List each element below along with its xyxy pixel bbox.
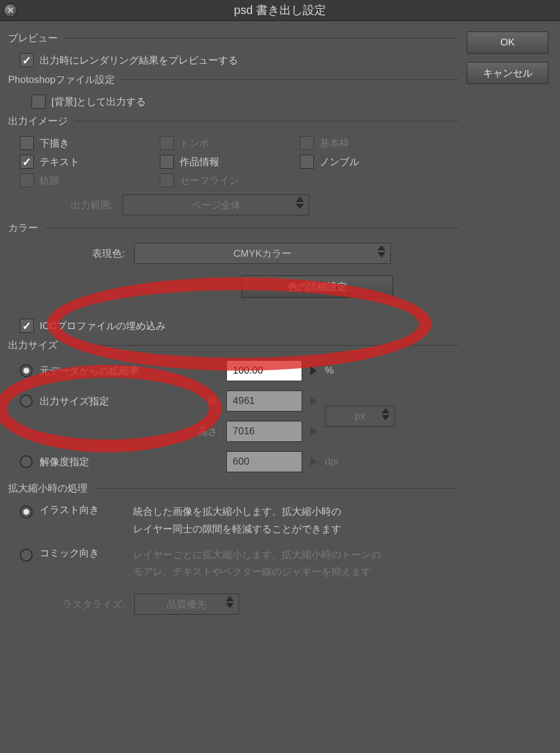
tombo-label: トンボ — [180, 137, 209, 150]
scale-input[interactable] — [226, 360, 302, 381]
section-preview: プレビュー 出力時にレンダリング結果をプレビューする — [8, 32, 459, 67]
specify-size-label: 出力サイズ指定 — [40, 395, 162, 408]
section-output-size: 出力サイズ 元データからの拡縮率 % 出力サイズ指定 幅: px — [8, 339, 459, 472]
background-checkbox[interactable] — [32, 95, 46, 109]
section-header-photoshop: Photoshopファイル設定 — [8, 73, 115, 86]
width-label: 幅: — [162, 395, 220, 408]
preview-checkbox-label: 出力時にレンダリング結果をプレビューする — [40, 54, 238, 67]
arrow-right-icon[interactable] — [310, 366, 317, 375]
trace-checkbox[interactable] — [20, 173, 34, 187]
dpi-radio[interactable] — [20, 455, 33, 468]
section-output-image: 出力イメージ 下描き トンボ 基本枠 テキスト 作品情報 ノンブル 軌跡 セーフ… — [8, 114, 459, 215]
comic-radio-label: コミック向き — [40, 546, 133, 560]
express-color-select[interactable]: CMYKカラー — [134, 243, 391, 264]
icc-profile-checkbox[interactable] — [20, 319, 34, 333]
stepper-icon — [382, 408, 390, 420]
safeline-label: セーフライン — [180, 174, 239, 187]
draft-label: 下描き — [40, 137, 69, 150]
draft-checkbox[interactable] — [20, 136, 34, 150]
px-unit-value: px — [355, 410, 365, 422]
icc-profile-label: ICCプロファイルの埋め込み — [40, 319, 166, 333]
express-color-label: 表現色: — [66, 247, 125, 260]
section-header-output-size: 出力サイズ — [8, 339, 58, 352]
workinfo-label: 作品情報 — [180, 155, 219, 169]
specify-size-radio[interactable] — [20, 395, 33, 407]
workinfo-checkbox[interactable] — [160, 155, 174, 169]
dpi-input[interactable] — [226, 451, 302, 472]
stepper-icon — [377, 245, 386, 257]
output-range-label: 出力範囲: — [43, 198, 113, 212]
rasterize-value: 品質優先 — [167, 598, 206, 611]
tombo-checkbox[interactable] — [160, 136, 174, 150]
px-unit-select[interactable]: px — [325, 406, 395, 427]
safeline-checkbox[interactable] — [160, 173, 174, 187]
stepper-icon — [226, 596, 234, 608]
output-range-select[interactable]: ページ全体 — [123, 194, 309, 215]
section-header-scaling: 拡大縮小時の処理 — [8, 482, 88, 495]
comic-radio[interactable] — [20, 549, 33, 562]
scale-radio-label: 元データからの拡縮率 — [40, 364, 162, 378]
dpi-unit: dpi — [325, 456, 338, 468]
cancel-button[interactable]: キャンセル — [467, 62, 548, 84]
section-header-color: カラー — [8, 221, 38, 235]
titlebar: ✕ psd 書き出し設定 — [0, 0, 560, 21]
nombre-label: ノンブル — [320, 155, 359, 169]
express-color-value: CMYKカラー — [233, 247, 292, 260]
basicframe-checkbox[interactable] — [300, 136, 314, 150]
ok-button[interactable]: OK — [467, 32, 548, 54]
stepper-icon — [296, 197, 304, 209]
arrow-right-icon[interactable] — [310, 427, 317, 436]
output-range-value: ページ全体 — [191, 198, 241, 212]
dpi-radio-label: 解像度指定 — [40, 455, 162, 469]
basicframe-label: 基本枠 — [320, 137, 349, 150]
section-photoshop: Photoshopファイル設定 [背景]として出力する — [8, 73, 459, 109]
comic-description: レイヤーごとに拡大縮小します。拡大縮小時のトーンの モアレ、テキストやベクター線… — [133, 546, 459, 581]
nombre-checkbox[interactable] — [300, 155, 314, 169]
arrow-right-icon[interactable] — [310, 457, 317, 466]
section-scaling: 拡大縮小時の処理 イラスト向き 統合した画像を拡大縮小します。拡大縮小時の レイ… — [8, 482, 459, 615]
background-checkbox-label: [背景]として出力する — [51, 95, 146, 109]
height-input[interactable] — [226, 421, 302, 442]
section-header-output-image: 出力イメージ — [8, 114, 68, 128]
rasterize-label: ラスタライズ: — [43, 598, 125, 611]
scale-radio[interactable] — [20, 364, 33, 377]
close-icon[interactable]: ✕ — [4, 4, 18, 18]
illust-radio[interactable] — [20, 506, 33, 518]
arrow-right-icon[interactable] — [310, 396, 317, 406]
preview-checkbox[interactable] — [20, 53, 34, 67]
color-detail-button[interactable]: 色の詳細設定 — [242, 276, 393, 298]
illust-description: 統合した画像を拡大縮小します。拡大縮小時の レイヤー同士の隙間を軽減することがで… — [133, 503, 459, 538]
text-label: テキスト — [40, 155, 79, 169]
rasterize-select[interactable]: 品質優先 — [134, 594, 239, 615]
section-header-preview: プレビュー — [8, 32, 58, 45]
text-checkbox[interactable] — [20, 155, 34, 169]
scale-unit: % — [325, 365, 334, 376]
window-title: psd 書き出し設定 — [0, 2, 560, 18]
illust-radio-label: イラスト向き — [40, 503, 133, 517]
section-color: カラー 表現色: CMYKカラー 色の詳細設定 ICCプロファイルの埋め込み — [8, 221, 459, 333]
height-label: 高さ: — [162, 425, 220, 438]
trace-label: 軌跡 — [40, 174, 60, 187]
width-input[interactable] — [226, 391, 302, 412]
dialog-body: プレビュー 出力時にレンダリング結果をプレビューする Photoshopファイル… — [0, 21, 560, 753]
